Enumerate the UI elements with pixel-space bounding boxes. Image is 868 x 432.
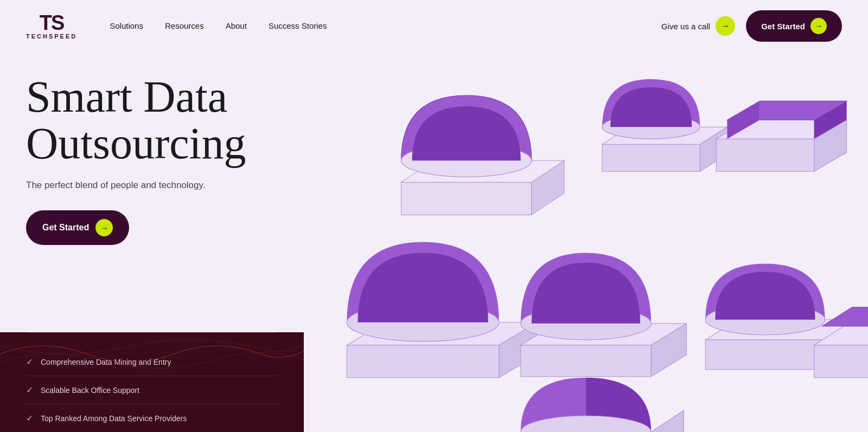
nav-right: Give us a call → Get Started → xyxy=(661,10,842,42)
give-call-label: Give us a call xyxy=(661,22,710,31)
nav-item-about[interactable]: About xyxy=(226,21,247,31)
navigation: TS TECHSPEED Solutions Resources About S… xyxy=(0,0,868,52)
hero-section: Smart Data Outsourcing The perfect blend… xyxy=(0,52,868,432)
nav-links: Solutions Resources About Success Storie… xyxy=(110,21,661,31)
hero-illustration xyxy=(304,52,868,432)
logo[interactable]: TS TECHSPEED xyxy=(26,12,77,40)
logo-letters: TS xyxy=(40,12,64,33)
nav-item-resources[interactable]: Resources xyxy=(165,21,204,31)
nav-cta-arrow-icon: → xyxy=(810,18,827,34)
nav-get-started-button[interactable]: Get Started → xyxy=(746,10,842,42)
logo-name: TECHSPEED xyxy=(26,33,77,40)
hero-cta-arrow-icon: → xyxy=(95,219,113,236)
hero-left: Smart Data Outsourcing The perfect blend… xyxy=(0,52,304,432)
call-arrow-icon: → xyxy=(716,16,735,36)
give-call-link[interactable]: Give us a call → xyxy=(661,16,735,36)
hero-get-started-button[interactable]: Get Started → xyxy=(26,210,129,245)
nav-item-success-stories[interactable]: Success Stories xyxy=(269,21,327,31)
isometric-shapes-svg xyxy=(304,52,868,432)
nav-item-solutions[interactable]: Solutions xyxy=(110,21,143,31)
hero-title: Smart Data Outsourcing xyxy=(26,74,278,167)
hero-subtitle: The perfect blend of people and technolo… xyxy=(26,180,278,191)
